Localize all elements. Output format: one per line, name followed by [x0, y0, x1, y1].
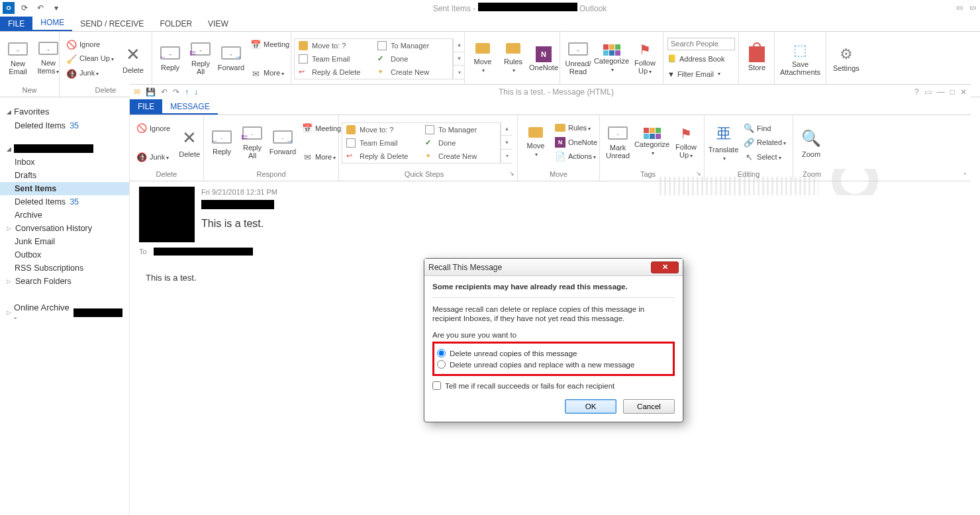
qat-customize-icon[interactable]: ▾ — [50, 2, 62, 14]
rules-button[interactable]: Rules▾ — [499, 42, 527, 76]
msg-rules-button[interactable]: Rules▾ — [552, 122, 600, 134]
undo-icon[interactable]: ↶ — [161, 87, 168, 97]
delete-button[interactable]: ✕Delete — [119, 42, 147, 75]
help-icon[interactable]: ? — [914, 87, 919, 97]
nav-item-conv-history[interactable]: ▷ Conversation History — [0, 222, 129, 235]
select-button[interactable]: ↖Select▾ — [741, 151, 789, 164]
related-button[interactable]: 🔗Related▾ — [741, 136, 789, 150]
minimize-button[interactable]: — — [937, 87, 945, 97]
nav-item[interactable]: Deleted Items35 — [0, 119, 129, 132]
msg-tab-message[interactable]: MESSAGE — [162, 99, 217, 115]
more-respond-button[interactable]: ✉More▾ — [248, 67, 292, 80]
nav-item-inbox[interactable]: Inbox — [0, 156, 129, 169]
msg-ignore-button[interactable]: 🚫Ignore — [134, 122, 173, 135]
nav-item-archive[interactable]: Archive — [0, 209, 129, 222]
msg-move-button[interactable]: Move▾ — [522, 126, 550, 160]
settings-button[interactable]: ⚙Settings — [830, 44, 862, 73]
tab-view[interactable]: VIEW — [200, 17, 236, 31]
search-people-input[interactable] — [667, 38, 735, 50]
qat-sendreceive-icon[interactable]: ⟳ — [19, 2, 30, 14]
prev-icon[interactable]: ↑ — [185, 87, 189, 97]
qs-scroll[interactable]: ▲▼▾ — [501, 122, 513, 164]
store-button[interactable]: Store — [743, 45, 771, 73]
dialog-cancel-button[interactable]: Cancel — [623, 399, 675, 414]
redo-icon[interactable]: ↷ — [173, 87, 179, 97]
nav-item-outbox[interactable]: Outbox — [0, 248, 129, 261]
msg-reply-all-button[interactable]: ⇇Reply All — [238, 125, 266, 161]
meeting-button[interactable]: 📅Meeting — [248, 38, 292, 51]
recall-option-replace[interactable]: Delete unread copies and replace with a … — [437, 359, 670, 370]
qs-item[interactable]: ↩Reply & Delete — [295, 66, 373, 79]
msg-tab-file[interactable]: FILE — [130, 99, 162, 115]
collapse-ribbon-icon[interactable]: ˄ — [963, 172, 967, 179]
msg-onenote-button[interactable]: NOneNote — [552, 136, 600, 149]
cleanup-button[interactable]: 🧹Clean Up▾ — [64, 52, 117, 66]
nav-item-search-folders[interactable]: ▷ Search Folders — [0, 275, 129, 288]
find-button[interactable]: 🔍Find — [741, 122, 789, 135]
qs-item[interactable]: Team Email — [295, 52, 373, 66]
new-email-button[interactable]: New Email — [4, 41, 32, 77]
qs-item[interactable]: Move to: ? — [295, 39, 373, 52]
nav-item-deleted[interactable]: Deleted Items35 — [0, 195, 129, 209]
dialog-titlebar[interactable]: Recall This Message ✕ — [424, 259, 683, 276]
qat-undo-icon[interactable]: ↶ — [34, 2, 46, 14]
dialog-ok-button[interactable]: OK — [565, 399, 616, 414]
nav-item-rss[interactable]: RSS Subscriptions — [0, 261, 129, 275]
msg-quick-steps[interactable]: Move to: ? To Manager Team Email ✓Done ↩… — [342, 122, 501, 164]
zoom-button[interactable]: 🔍Zoom — [797, 126, 825, 160]
move-button[interactable]: Move▾ — [469, 42, 497, 76]
tab-folder[interactable]: FOLDER — [152, 17, 200, 31]
junk-button[interactable]: 🚯Junk▾ — [64, 67, 117, 80]
save-attachments-button[interactable]: ⬚Save Attachments — [779, 40, 822, 77]
reply-all-button[interactable]: ⇇Reply All — [187, 41, 215, 77]
favorites-header[interactable]: ◢Favorites — [0, 104, 129, 119]
new-items-button[interactable]: New Items▾ — [34, 40, 62, 77]
followup-button[interactable]: ⚑Follow Up▾ — [631, 40, 659, 77]
qs-item[interactable]: To Manager — [373, 39, 452, 52]
categorize-button[interactable]: Categorize▾ — [595, 43, 628, 75]
msg-actions-button[interactable]: 📄Actions▾ — [552, 150, 600, 164]
recall-option-delete[interactable]: Delete unread copies of this message — [437, 348, 670, 359]
recall-notify-checkbox[interactable] — [432, 381, 441, 390]
msg-followup-button[interactable]: ⚑Follow Up▾ — [672, 124, 700, 162]
quick-steps-gallery[interactable]: Move to: ? To Manager Team Email ✓Done ↩… — [294, 38, 453, 79]
onenote-button[interactable]: NOneNote — [530, 45, 558, 73]
close-button[interactable]: ✕ — [960, 87, 967, 97]
recall-notify-checkbox-row[interactable]: Tell me if recall succeeds or fails for … — [432, 381, 675, 390]
next-icon[interactable]: ↓ — [194, 87, 198, 97]
qs-item[interactable]: Team Email — [342, 136, 421, 150]
online-archive-header[interactable]: ▷Online Archive - — [0, 300, 129, 325]
msg-reply-button[interactable]: ←Reply — [208, 129, 236, 157]
tab-sendreceive[interactable]: SEND / RECEIVE — [72, 17, 152, 31]
nav-item-junk[interactable]: Junk Email — [0, 235, 129, 248]
reply-button[interactable]: ←Reply — [156, 45, 184, 73]
save-icon[interactable]: 💾 — [146, 87, 156, 97]
account-header[interactable]: ◢ — [0, 142, 129, 156]
radio-delete[interactable] — [437, 349, 446, 357]
window-button[interactable]: ▭ — [954, 1, 965, 13]
msg-forward-button[interactable]: →Forward — [269, 129, 297, 157]
qs-item[interactable]: ✦Create New — [421, 150, 500, 163]
qs-item[interactable]: ✓Done — [421, 136, 500, 150]
maximize-button[interactable]: □ — [950, 87, 955, 97]
window-button[interactable]: ▭ — [924, 87, 932, 97]
msg-categorize-button[interactable]: Categorize▾ — [634, 126, 669, 159]
tab-home[interactable]: HOME — [32, 15, 72, 31]
msg-meeting-button[interactable]: 📅Meeting — [299, 122, 344, 135]
qs-item[interactable]: ✦Create New — [373, 66, 452, 79]
qs-item[interactable]: Move to: ? — [342, 123, 421, 136]
ignore-button[interactable]: 🚫Ignore — [64, 38, 117, 51]
address-book-button[interactable]: 📒Address Book — [667, 52, 735, 66]
forward-button[interactable]: →Forward — [217, 45, 245, 73]
unread-read-button[interactable]: Unread/ Read — [564, 41, 592, 77]
filter-email-button[interactable]: ▼Filter Email▾ — [667, 68, 735, 81]
nav-item-sent[interactable]: Sent Items — [0, 182, 129, 195]
qs-scroll[interactable]: ▲▼▾ — [453, 38, 465, 79]
qs-item[interactable]: ↩Reply & Delete — [342, 150, 421, 163]
msg-more-button[interactable]: ✉More▾ — [299, 151, 344, 164]
window-button[interactable]: ▭ — [967, 1, 979, 13]
dialog-close-button[interactable]: ✕ — [651, 261, 679, 273]
mark-unread-button[interactable]: Mark Unread — [604, 125, 632, 161]
tab-file[interactable]: FILE — [0, 17, 32, 31]
radio-replace[interactable] — [437, 360, 446, 369]
